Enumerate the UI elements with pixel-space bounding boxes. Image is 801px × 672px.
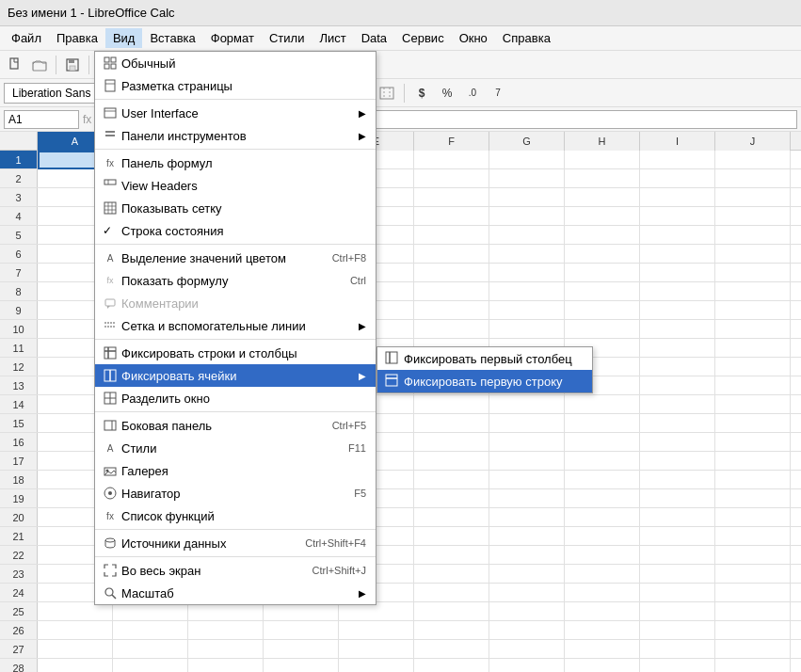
row-header-7[interactable]: 7 <box>0 264 38 281</box>
cell-H3[interactable] <box>565 188 640 207</box>
cell-E28[interactable] <box>339 659 414 672</box>
cell-F28[interactable] <box>414 659 489 672</box>
cell-H18[interactable] <box>565 471 640 489</box>
cell-F22[interactable] <box>414 546 489 565</box>
menu-view[interactable]: Вид <box>105 28 143 48</box>
cell-D25[interactable] <box>264 602 339 621</box>
cell-J11[interactable] <box>715 339 791 358</box>
row-header-25[interactable]: 25 <box>0 602 38 620</box>
cell-D28[interactable] <box>264 659 339 672</box>
cell-I7[interactable] <box>640 264 715 282</box>
cell-F14[interactable] <box>414 395 489 414</box>
freeze-first-row[interactable]: Фиксировать первую строку <box>377 370 592 392</box>
cell-H9[interactable] <box>565 301 640 320</box>
cell-I16[interactable] <box>640 433 715 452</box>
row-header-3[interactable]: 3 <box>0 188 38 206</box>
cell-F4[interactable] <box>414 207 489 226</box>
cell-G2[interactable] <box>489 169 565 188</box>
cell-E25[interactable] <box>339 602 414 621</box>
row-header-14[interactable]: 14 <box>0 395 38 413</box>
cell-F8[interactable] <box>414 282 489 301</box>
cell-G18[interactable] <box>489 471 565 489</box>
menu-service[interactable]: Сервис <box>394 28 452 48</box>
row-header-13[interactable]: 13 <box>0 376 38 394</box>
row-header-2[interactable]: 2 <box>0 169 38 187</box>
menu-user-interface[interactable]: User Interface ▶ <box>95 102 376 124</box>
menu-window[interactable]: Окно <box>452 28 495 48</box>
cell-H17[interactable] <box>565 452 640 471</box>
cell-J10[interactable] <box>715 320 791 339</box>
cell-H7[interactable] <box>565 264 640 282</box>
cell-J21[interactable] <box>715 527 791 546</box>
cell-F26[interactable] <box>414 621 489 640</box>
menu-page-layout[interactable]: Разметка страницы <box>95 74 376 97</box>
cell-H16[interactable] <box>565 433 640 452</box>
col-header-F[interactable]: F <box>414 132 489 151</box>
cell-I3[interactable] <box>640 188 715 207</box>
cell-E27[interactable] <box>339 640 414 659</box>
cell-I5[interactable] <box>640 226 715 245</box>
menu-sidebar[interactable]: Боковая панель Ctrl+F5 <box>95 414 376 437</box>
cell-F19[interactable] <box>414 489 489 508</box>
cell-H24[interactable] <box>565 584 640 602</box>
cell-G3[interactable] <box>489 188 565 207</box>
menu-highlight[interactable]: A Выделение значений цветом Ctrl+F8 <box>95 247 376 269</box>
cell-E26[interactable] <box>339 621 414 640</box>
cell-I15[interactable] <box>640 414 715 433</box>
menu-normal[interactable]: Обычный <box>95 52 376 74</box>
cell-H8[interactable] <box>565 282 640 301</box>
cell-J24[interactable] <box>715 584 791 602</box>
cell-H21[interactable] <box>565 527 640 546</box>
row-header-19[interactable]: 19 <box>0 489 38 507</box>
cell-J1[interactable] <box>715 151 791 169</box>
cell-I17[interactable] <box>640 452 715 471</box>
cell-G24[interactable] <box>489 584 565 602</box>
menu-styles[interactable]: Стили <box>262 28 312 48</box>
cell-G8[interactable] <box>489 282 565 301</box>
freeze-submenu[interactable]: Фиксировать первый столбец Фиксировать п… <box>376 346 593 393</box>
cell-I12[interactable] <box>640 358 715 376</box>
cell-J15[interactable] <box>715 414 791 433</box>
row-header-18[interactable]: 18 <box>0 471 38 488</box>
cell-J9[interactable] <box>715 301 791 320</box>
cell-I28[interactable] <box>640 659 715 672</box>
cell-G28[interactable] <box>489 659 565 672</box>
menu-fullscreen[interactable]: Во весь экран Ctrl+Shift+J <box>95 559 376 582</box>
row-header-27[interactable]: 27 <box>0 640 38 658</box>
cell-C26[interactable] <box>188 621 264 640</box>
row-header-12[interactable]: 12 <box>0 358 38 376</box>
cell-G6[interactable] <box>489 245 565 264</box>
cell-G23[interactable] <box>489 565 565 584</box>
cell-J27[interactable] <box>715 640 791 659</box>
cell-I18[interactable] <box>640 471 715 489</box>
menu-freeze-cells[interactable]: Фиксировать ячейки ▶ <box>95 364 376 387</box>
cell-H22[interactable] <box>565 546 640 565</box>
name-box[interactable] <box>4 110 79 129</box>
row-header-26[interactable]: 26 <box>0 621 38 639</box>
cell-J19[interactable] <box>715 489 791 508</box>
cell-I10[interactable] <box>640 320 715 339</box>
cell-J17[interactable] <box>715 452 791 471</box>
cell-F10[interactable] <box>414 320 489 339</box>
cell-I8[interactable] <box>640 282 715 301</box>
menu-edit[interactable]: Правка <box>49 28 105 48</box>
menu-grid-lines[interactable]: Сетка и вспомогательные линии ▶ <box>95 314 376 337</box>
row-header-24[interactable]: 24 <box>0 584 38 601</box>
cell-F25[interactable] <box>414 602 489 621</box>
cell-I9[interactable] <box>640 301 715 320</box>
menu-show-grid[interactable]: Показывать сетку <box>95 197 376 219</box>
menu-status-bar[interactable]: ✓ Строка состояния <box>95 219 376 242</box>
menu-toolbars[interactable]: Панели инструментов ▶ <box>95 124 376 147</box>
cell-I27[interactable] <box>640 640 715 659</box>
cell-F17[interactable] <box>414 452 489 471</box>
cell-G17[interactable] <box>489 452 565 471</box>
menu-gallery[interactable]: Галерея <box>95 459 376 482</box>
cell-H1[interactable] <box>565 151 640 169</box>
open-btn[interactable] <box>28 54 51 76</box>
row-header-8[interactable]: 8 <box>0 282 38 300</box>
cell-I20[interactable] <box>640 508 715 527</box>
cell-H28[interactable] <box>565 659 640 672</box>
col-header-I[interactable]: I <box>640 132 715 151</box>
cell-J25[interactable] <box>715 602 791 621</box>
view-menu[interactable]: Обычный Разметка страницы User Interface… <box>94 51 376 605</box>
